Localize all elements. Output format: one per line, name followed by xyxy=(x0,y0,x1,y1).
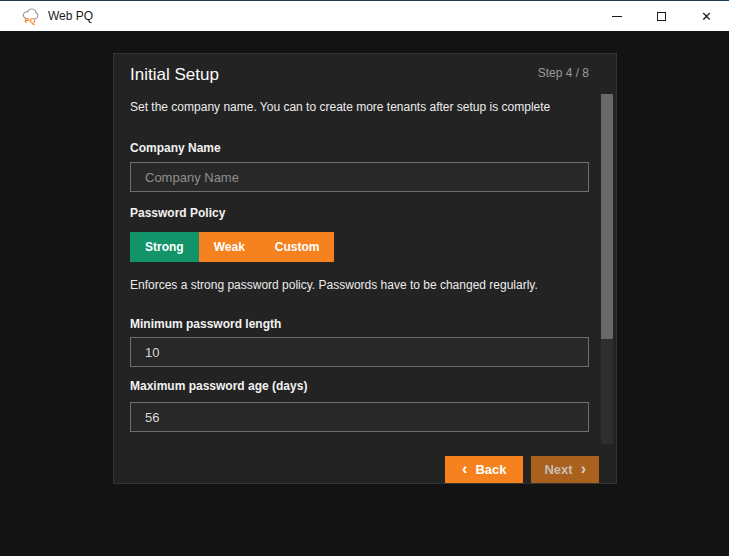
step-indicator: Step 4 / 8 xyxy=(538,64,589,80)
close-icon: ✕ xyxy=(701,10,712,23)
scrollbar-thumb[interactable] xyxy=(601,94,613,339)
minimize-icon xyxy=(612,16,622,17)
minimize-button[interactable] xyxy=(594,1,639,31)
password-policy-label: Password Policy xyxy=(130,206,589,220)
window-controls: ✕ xyxy=(594,1,729,31)
chevron-right-icon: › xyxy=(581,461,586,477)
policy-weak-button[interactable]: Weak xyxy=(199,232,260,262)
min-password-length-input[interactable] xyxy=(130,337,589,367)
policy-description: Enforces a strong password policy. Passw… xyxy=(130,278,589,292)
page-title: Initial Setup xyxy=(130,64,219,86)
close-button[interactable]: ✕ xyxy=(684,1,729,31)
next-button[interactable]: Next › xyxy=(531,456,599,483)
policy-custom-button[interactable]: Custom xyxy=(260,232,335,262)
next-button-label: Next xyxy=(544,462,572,477)
app-logo-cloud-icon: PQ xyxy=(21,8,41,25)
panel-header: Initial Setup Step 4 / 8 xyxy=(130,64,589,86)
min-password-length-label: Minimum password length xyxy=(130,317,589,331)
setup-subtitle: Set the company name. You can to create … xyxy=(130,100,589,114)
wizard-footer: ‹ Back Next › xyxy=(130,456,599,483)
max-password-age-label: Maximum password age (days) xyxy=(130,379,589,393)
company-name-input[interactable] xyxy=(130,162,589,192)
setup-wizard-panel: Initial Setup Step 4 / 8 Set the company… xyxy=(113,53,617,484)
app-window: PQ Web PQ ✕ Initial Setup Step 4 / 8 Set… xyxy=(0,0,729,556)
titlebar: PQ Web PQ ✕ xyxy=(0,1,729,31)
policy-strong-button[interactable]: Strong xyxy=(130,232,199,262)
back-button[interactable]: ‹ Back xyxy=(445,456,523,483)
maximize-button[interactable] xyxy=(639,1,684,31)
logo-text: PQ xyxy=(25,16,36,25)
back-button-label: Back xyxy=(475,462,506,477)
password-policy-segmented-control: Strong Weak Custom xyxy=(130,232,334,262)
maximize-icon xyxy=(657,12,666,21)
max-password-age-input[interactable] xyxy=(130,402,589,432)
chevron-left-icon: ‹ xyxy=(462,461,467,477)
window-title: Web PQ xyxy=(48,9,93,23)
scrollbar-track[interactable] xyxy=(601,94,613,444)
company-name-label: Company Name xyxy=(130,141,589,155)
